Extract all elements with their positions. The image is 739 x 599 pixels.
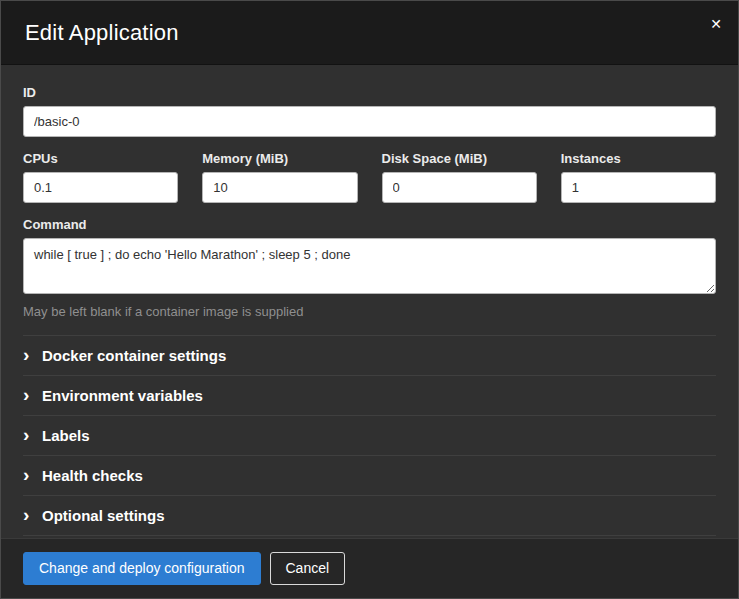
instances-input[interactable] <box>561 172 716 203</box>
cpus-field-group: CPUs <box>23 151 178 203</box>
section-environment-variables[interactable]: › Environment variables <box>23 375 716 415</box>
command-label: Command <box>23 217 716 232</box>
chevron-right-icon: › <box>23 348 33 362</box>
instances-label: Instances <box>561 151 716 166</box>
memory-label: Memory (MiB) <box>202 151 357 166</box>
id-field-group: ID <box>23 85 716 137</box>
section-label: Labels <box>42 427 90 444</box>
disk-label: Disk Space (MiB) <box>382 151 537 166</box>
id-input[interactable] <box>23 106 716 137</box>
instances-field-group: Instances <box>561 151 716 203</box>
edit-application-modal: Edit Application ✕ ID CPUs Memory (MiB) … <box>0 0 739 599</box>
resources-row: CPUs Memory (MiB) Disk Space (MiB) Insta… <box>23 151 716 203</box>
command-field-group: Command while [ true ] ; do echo 'Hello … <box>23 217 716 319</box>
modal-title: Edit Application <box>25 20 179 46</box>
modal-body: ID CPUs Memory (MiB) Disk Space (MiB) In… <box>1 65 738 538</box>
disk-input[interactable] <box>382 172 537 203</box>
modal-header: Edit Application ✕ <box>1 1 738 65</box>
section-optional-settings[interactable]: › Optional settings <box>23 495 716 536</box>
section-label: Health checks <box>42 467 143 484</box>
section-label: Optional settings <box>42 507 165 524</box>
section-label: Docker container settings <box>42 347 226 364</box>
memory-field-group: Memory (MiB) <box>202 151 357 203</box>
section-docker-container-settings[interactable]: › Docker container settings <box>23 335 716 375</box>
id-label: ID <box>23 85 716 100</box>
cpus-label: CPUs <box>23 151 178 166</box>
cpus-input[interactable] <box>23 172 178 203</box>
disk-field-group: Disk Space (MiB) <box>382 151 537 203</box>
memory-input[interactable] <box>202 172 357 203</box>
section-label: Environment variables <box>42 387 203 404</box>
chevron-right-icon: › <box>23 468 33 482</box>
section-labels[interactable]: › Labels <box>23 415 716 455</box>
command-help-text: May be left blank if a container image i… <box>23 304 716 319</box>
chevron-right-icon: › <box>23 428 33 442</box>
change-and-deploy-button[interactable]: Change and deploy configuration <box>23 552 261 585</box>
modal-footer: Change and deploy configuration Cancel <box>1 538 738 598</box>
close-icon[interactable]: ✕ <box>710 17 722 31</box>
section-health-checks[interactable]: › Health checks <box>23 455 716 495</box>
collapsible-sections: › Docker container settings › Environmen… <box>23 335 716 536</box>
chevron-right-icon: › <box>23 388 33 402</box>
command-textarea[interactable]: while [ true ] ; do echo 'Hello Marathon… <box>23 238 716 294</box>
cancel-button[interactable]: Cancel <box>270 552 346 585</box>
chevron-right-icon: › <box>23 508 33 522</box>
